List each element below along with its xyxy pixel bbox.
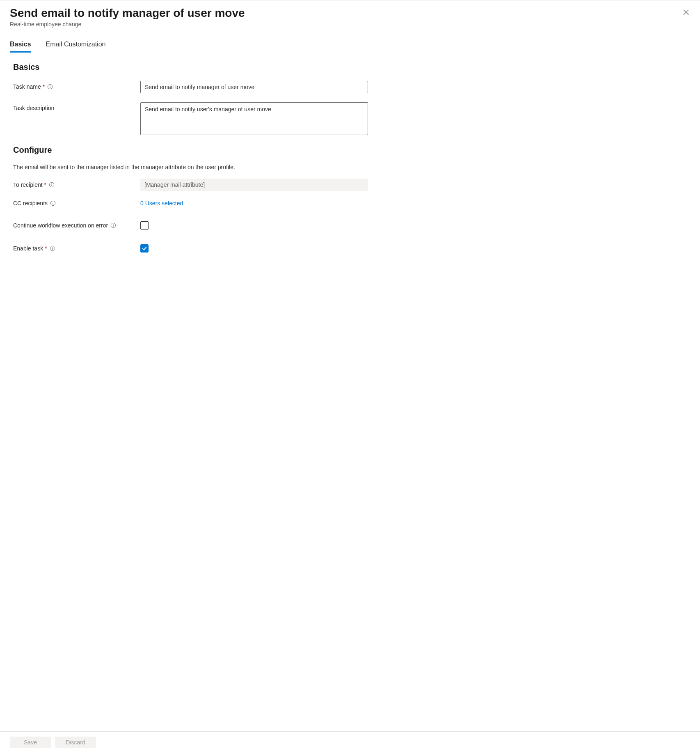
- task-name-label-col: Task name *: [13, 81, 140, 90]
- task-panel: Send email to notify manager of user mov…: [0, 0, 700, 753]
- svg-point-7: [51, 183, 52, 184]
- configure-help-text: The email will be sent to the manager li…: [13, 164, 687, 170]
- continue-on-error-label-col: Continue workflow execution on error: [13, 222, 140, 229]
- svg-point-16: [52, 247, 53, 247]
- info-icon[interactable]: [47, 84, 53, 90]
- info-icon[interactable]: [110, 223, 116, 228]
- discard-button[interactable]: Discard: [55, 737, 96, 748]
- task-description-label: Task description: [13, 105, 54, 111]
- panel-title: Send email to notify manager of user mov…: [10, 6, 690, 20]
- continue-on-error-row: Continue workflow execution on error: [13, 221, 687, 230]
- task-description-input[interactable]: [140, 102, 368, 135]
- required-indicator: *: [43, 83, 45, 90]
- cc-recipients-control: 0 Users selected: [140, 200, 368, 207]
- task-name-row: Task name *: [13, 81, 687, 93]
- info-icon[interactable]: [49, 182, 55, 188]
- to-recipient-control: [Manager mail attribute]: [140, 179, 368, 191]
- task-description-control: [140, 102, 368, 136]
- panel-subtitle: Real-time employee change: [10, 21, 690, 28]
- tab-list: Basics Email Customization: [0, 41, 700, 53]
- cc-recipients-link[interactable]: 0 Users selected: [140, 200, 183, 207]
- required-indicator: *: [44, 181, 46, 188]
- task-name-control: [140, 81, 368, 93]
- to-recipient-label-col: To recipient *: [13, 181, 140, 188]
- task-name-input[interactable]: [140, 81, 368, 93]
- save-button[interactable]: Save: [10, 737, 51, 748]
- panel-header: Send email to notify manager of user mov…: [0, 0, 700, 28]
- to-recipient-label: To recipient: [13, 181, 43, 188]
- to-recipient-value: [Manager mail attribute]: [140, 179, 368, 191]
- continue-on-error-checkbox[interactable]: [140, 221, 149, 230]
- close-icon: [683, 9, 689, 17]
- enable-task-row: Enable task *: [13, 244, 687, 253]
- panel-footer: Save Discard: [0, 731, 700, 753]
- enable-task-label-col: Enable task *: [13, 245, 140, 252]
- svg-point-4: [50, 85, 50, 85]
- enable-task-label: Enable task: [13, 245, 43, 252]
- to-recipient-row: To recipient * [Manager mail attribute]: [13, 179, 687, 191]
- section-basics-title: Basics: [13, 62, 687, 72]
- svg-point-10: [53, 202, 53, 202]
- svg-point-13: [113, 224, 114, 224]
- tab-basics[interactable]: Basics: [10, 41, 31, 53]
- tab-email-customization[interactable]: Email Customization: [46, 41, 106, 53]
- cc-recipients-row: CC recipients 0 Users selected: [13, 200, 687, 207]
- task-name-label: Task name: [13, 83, 41, 90]
- info-icon[interactable]: [50, 246, 55, 251]
- close-button[interactable]: [681, 8, 691, 18]
- cc-recipients-label: CC recipients: [13, 200, 48, 207]
- enable-task-checkbox[interactable]: [140, 244, 149, 253]
- enable-task-control: [140, 244, 149, 253]
- task-description-row: Task description: [13, 102, 687, 136]
- continue-on-error-control: [140, 221, 149, 230]
- section-configure-title: Configure: [13, 145, 687, 155]
- info-icon[interactable]: [50, 200, 56, 206]
- task-description-label-col: Task description: [13, 102, 140, 111]
- required-indicator: *: [45, 245, 47, 252]
- continue-on-error-label: Continue workflow execution on error: [13, 222, 108, 229]
- panel-content: Basics Task name * Task description: [0, 53, 700, 731]
- configure-section: Configure The email will be sent to the …: [13, 145, 687, 253]
- cc-recipients-label-col: CC recipients: [13, 200, 140, 207]
